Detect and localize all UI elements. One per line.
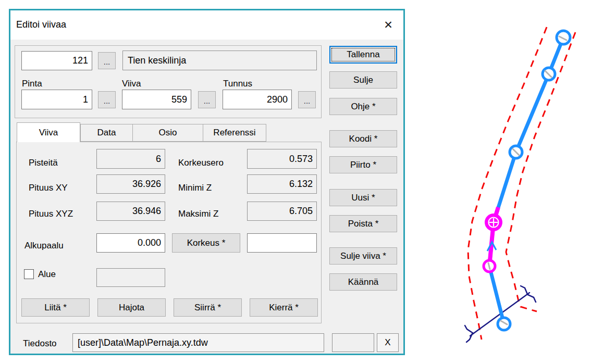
pinta-label: Pinta (22, 79, 42, 89)
pinta-input[interactable]: 1 (21, 90, 92, 109)
tunnus-input[interactable]: 2900 (223, 90, 292, 109)
korkeus-button[interactable]: Korkeus * (172, 233, 240, 253)
cross-line (466, 334, 472, 342)
viiva-browse-button[interactable]: ... (198, 91, 216, 108)
file-path-field: [user]\Data\Map\Pernaja.xy.tdw (72, 333, 324, 352)
alkupaalu-input[interactable]: 0.000 (96, 233, 165, 253)
tab-osio[interactable]: Osio (132, 124, 203, 142)
korkeusero-value: 0.573 (247, 149, 317, 169)
file-clear-button[interactable]: X (377, 333, 399, 352)
edit-line-dialog: Editoi viivaa ✕ 121 ... Tien keskilinja … (9, 9, 405, 355)
tab-viiva[interactable]: Viiva (17, 122, 80, 142)
line-tab-panel (16, 142, 322, 323)
korkeus-input[interactable] (247, 233, 317, 253)
line-vertex (557, 31, 570, 44)
hajota-button[interactable]: Hajota (97, 298, 166, 317)
tunnus-browse-button[interactable]: ... (298, 91, 316, 108)
alue-value (96, 268, 165, 287)
piirto-button[interactable]: Piirto * (329, 156, 397, 173)
sulje-viiva-button[interactable]: Sulje viiva * (329, 247, 397, 265)
line-vertex (498, 318, 510, 330)
pituus-xy-value: 36.926 (96, 174, 165, 194)
tunnus-label: Tunnus (223, 79, 252, 89)
alue-checkbox[interactable] (24, 269, 34, 279)
code-input[interactable]: 121 (21, 51, 92, 70)
title-bar (10, 10, 403, 40)
koodi-button[interactable]: Koodi * (329, 130, 397, 147)
poista-button[interactable]: Poista * (329, 215, 397, 232)
tiedosto-label: Tiedosto (23, 338, 57, 349)
sulje-button[interactable]: Sulje (329, 71, 397, 89)
cross-line (465, 325, 473, 333)
kierra-button[interactable]: Kierrä * (250, 298, 318, 317)
liita-button[interactable]: Liitä * (21, 298, 90, 317)
code-browse-button[interactable]: ... (98, 52, 116, 69)
maksimi-z-value: 6.705 (247, 202, 317, 221)
dialog-title: Editoi viivaa (16, 19, 66, 30)
pisteita-value: 6 (96, 149, 165, 169)
close-icon[interactable]: ✕ (378, 16, 398, 34)
tab-data[interactable]: Data (80, 124, 133, 142)
minimi-z-value: 6.132 (247, 174, 317, 194)
file-extra-field (332, 333, 374, 352)
pinta-browse-button[interactable]: ... (98, 91, 116, 108)
cross-line (528, 295, 536, 302)
cross-line (521, 286, 527, 294)
viiva-input[interactable]: 559 (122, 90, 191, 109)
uusi-button[interactable]: Uusi * (329, 189, 397, 206)
tab-referenssi[interactable]: Referenssi (203, 124, 266, 142)
kaanna-button[interactable]: Käännä (329, 273, 397, 291)
viiva-label: Viiva (122, 79, 141, 89)
tallenna-button[interactable]: Tallenna (329, 46, 397, 64)
siirra-button[interactable]: Siirrä * (174, 298, 242, 317)
code-description-field: Tien keskilinja (122, 51, 317, 70)
pituus-xyz-value: 36.946 (96, 202, 165, 221)
road-edge-right-dashed (506, 32, 575, 311)
ohje-button[interactable]: Ohje * (329, 98, 397, 115)
